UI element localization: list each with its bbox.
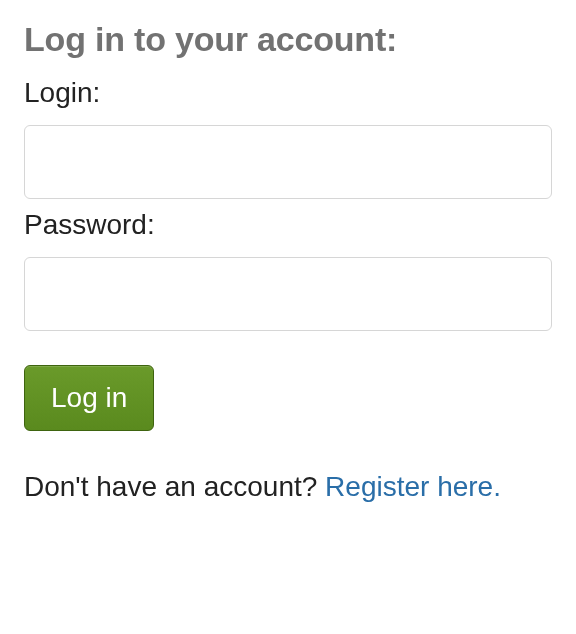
login-button[interactable]: Log in [24,365,154,431]
register-link[interactable]: Register here. [325,471,501,502]
signup-prompt: Don't have an account? Register here. [24,465,504,510]
login-card: Log in to your account: Login: Password:… [0,0,576,534]
page-title: Log in to your account: [24,20,552,59]
password-label: Password: [24,209,552,241]
login-label: Login: [24,77,552,109]
signup-text: Don't have an account? [24,471,325,502]
password-input[interactable] [24,257,552,331]
login-input[interactable] [24,125,552,199]
